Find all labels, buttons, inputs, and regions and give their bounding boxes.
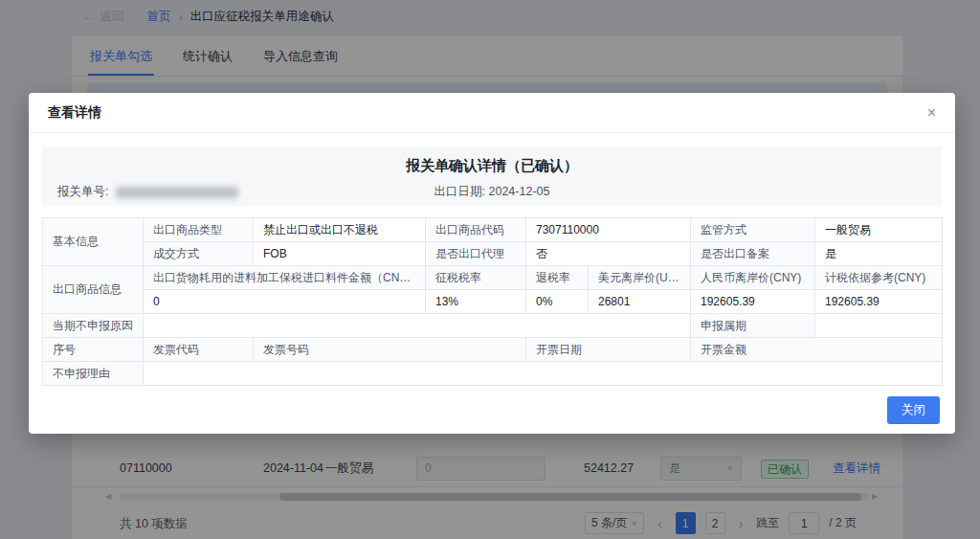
detail-cell-label: 申报属期	[691, 314, 815, 338]
detail-table-row: 出口商品信息出口货物耗用的进料加工保税进口料件金额（CNY）征税税率退税率美元离…	[43, 266, 943, 290]
detail-cell-value: 否	[526, 242, 691, 266]
detail-table-row: 当期不申报原因申报属期	[43, 314, 943, 338]
detail-cell-value: 是	[815, 242, 943, 266]
detail-cell-value: 0%	[526, 290, 589, 314]
modal-footer: 关闭	[29, 386, 955, 434]
detail-cell-label: 是否出口代理	[426, 242, 526, 266]
detail-table-row: 基本信息出口商品类型禁止出口或出口不退税出口商品代码7307110000监管方式…	[43, 218, 943, 242]
detail-table-row: 不申报理由	[43, 362, 943, 386]
close-button[interactable]: 关闭	[887, 396, 940, 424]
detail-cell-label: 美元离岸价(US$)	[589, 266, 691, 290]
detail-cell-label: 开票金额	[691, 338, 943, 362]
detail-cell-label: 出口商品信息	[43, 266, 144, 314]
detail-cell-label: 基本信息	[43, 218, 144, 266]
modal-body: 报关单确认详情（已确认） 报关单号: 出口日期: 2024-12-05 基本信息…	[29, 133, 955, 386]
detail-table-row: 成交方式FOB是否出口代理否是否出口备案是	[43, 242, 943, 266]
declaration-number: 报关单号:	[57, 184, 238, 200]
detail-cell-label: 出口商品代码	[426, 218, 526, 242]
detail-modal: 查看详情 × 报关单确认详情（已确认） 报关单号: 出口日期: 2024-12-…	[29, 93, 955, 434]
close-icon[interactable]: ×	[927, 105, 936, 121]
detail-cell-label: 不申报理由	[43, 362, 144, 386]
detail-cell-value: 192605.39	[691, 290, 815, 314]
detail-cell-value: 0	[144, 290, 426, 314]
detail-cell-value: 禁止出口或出口不退税	[254, 218, 426, 242]
detail-cell-label: 当期不申报原因	[43, 314, 144, 338]
export-date-value: 2024-12-05	[489, 185, 550, 198]
detail-cell-label: 退税率	[526, 266, 589, 290]
detail-cell-value	[144, 314, 691, 338]
detail-cell-value	[815, 314, 943, 338]
declaration-number-label: 报关单号:	[57, 184, 108, 200]
detail-cell-label: 监管方式	[691, 218, 815, 242]
detail-cell-value	[144, 362, 943, 386]
detail-cell-label: 开票日期	[526, 338, 691, 362]
detail-cell-label: 征税税率	[426, 266, 526, 290]
detail-cell-label: 发票代码	[144, 338, 254, 362]
detail-cell-label: 发票号码	[254, 338, 526, 362]
detail-table: 基本信息出口商品类型禁止出口或出口不退税出口商品代码7307110000监管方式…	[42, 217, 943, 386]
detail-cell-label: 成交方式	[144, 242, 254, 266]
detail-cell-value: 192605.39	[815, 290, 943, 314]
detail-cell-label: 出口商品类型	[144, 218, 254, 242]
export-date-label: 出口日期:	[434, 185, 485, 198]
detail-cell-value: 13%	[426, 290, 526, 314]
detail-cell-value: 一般贸易	[815, 218, 943, 242]
declaration-number-masked	[116, 187, 238, 198]
detail-cell-label: 出口货物耗用的进料加工保税进口料件金额（CNY）	[144, 266, 426, 290]
detail-cell-value: FOB	[254, 242, 426, 266]
declaration-summary: 报关单确认详情（已确认） 报关单号: 出口日期: 2024-12-05	[42, 146, 942, 206]
detail-cell-label: 计税依据参考(CNY)	[815, 266, 943, 290]
detail-cell-value: 7307110000	[526, 218, 691, 242]
detail-table-row: 013%0%26801192605.39192605.39	[43, 290, 943, 314]
detail-cell-value: 26801	[589, 290, 691, 314]
modal-header: 查看详情 ×	[29, 93, 955, 133]
detail-table-row: 序号发票代码发票号码开票日期开票金额	[43, 338, 943, 362]
modal-title: 查看详情	[48, 104, 101, 122]
summary-row: 报关单号: 出口日期: 2024-12-05	[42, 184, 942, 199]
detail-cell-label: 序号	[43, 338, 144, 362]
declaration-heading: 报关单确认详情（已确认）	[42, 146, 942, 175]
detail-cell-label: 人民币离岸价(CNY)	[691, 266, 815, 290]
detail-cell-label: 是否出口备案	[691, 242, 815, 266]
detail-table-body: 基本信息出口商品类型禁止出口或出口不退税出口商品代码7307110000监管方式…	[43, 218, 943, 386]
